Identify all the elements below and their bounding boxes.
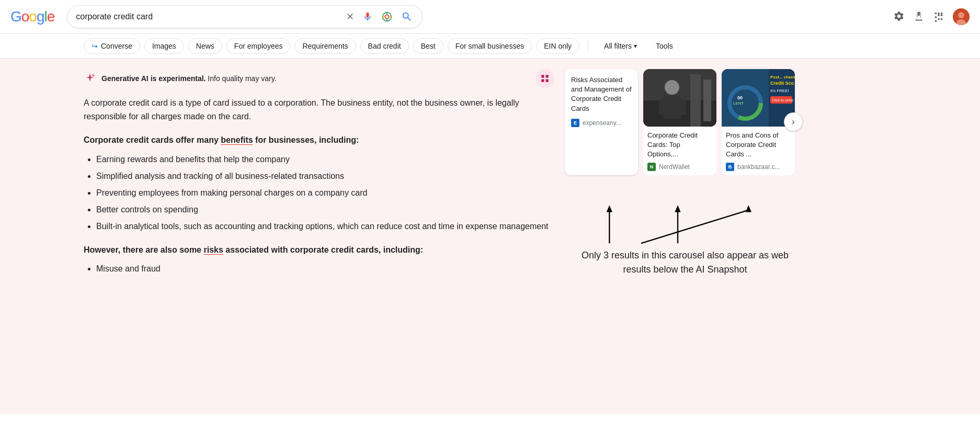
risks-underline: risks [203, 245, 223, 254]
avatar-image [953, 8, 970, 25]
svg-point-1 [385, 15, 389, 18]
ai-header: Generative AI is experimental. Info qual… [84, 69, 554, 88]
lens-icon [381, 11, 393, 22]
ai-sparkle-icon [84, 72, 96, 85]
source-icon-expenseany: E [571, 119, 579, 127]
chip-for-small-businesses-label: For small businesses [455, 42, 525, 50]
card-3-title: Pros and Cons of Corporate Credit Cards … [726, 131, 791, 160]
search-submit-icon [401, 11, 413, 22]
layout-toggle-button[interactable] [535, 69, 554, 88]
microphone-icon [362, 12, 373, 22]
chip-ein-only[interactable]: EIN only [536, 38, 579, 54]
list-item: Preventing employees from making persona… [96, 187, 554, 199]
tools-button[interactable]: Tools [648, 39, 680, 53]
logo-g: G [10, 8, 21, 25]
chip-converse-label: Converse [101, 42, 132, 50]
card-3-info: Pros and Cons of Corporate Credit Cards … [722, 127, 795, 175]
ai-badge-sub: Info quality may vary. [208, 74, 276, 83]
clear-icon [346, 11, 354, 22]
list-item: Built-in analytical tools, such as accou… [96, 220, 554, 233]
search-submit-button[interactable] [400, 10, 414, 24]
card-3-source-name: bankbazaar.c... [737, 163, 780, 171]
logo-o2: o [29, 8, 37, 25]
chip-for-employees-label: For employees [234, 42, 283, 50]
svg-rect-20 [680, 99, 686, 115]
card-2-source-name: NerdWallet [659, 163, 690, 171]
apps-button[interactable] [933, 10, 944, 24]
svg-marker-34 [607, 205, 612, 212]
svg-point-7 [958, 12, 964, 18]
chip-news[interactable]: News [188, 38, 222, 54]
right-side-panel: Risks Associated and Management of Corpo… [565, 69, 795, 404]
search-input[interactable] [76, 12, 340, 21]
layout-grid-icon [540, 74, 550, 83]
list-item: Simplified analysis and tracking of all … [96, 170, 554, 183]
ai-content: A corporate credit card is a type of car… [84, 96, 554, 275]
carousel-card-2-wrapper[interactable]: Corporate Credit Cards: Top Options,... … [643, 69, 716, 175]
lens-button[interactable] [380, 10, 394, 24]
chip-bad-credit-label: Bad credit [368, 42, 401, 50]
chip-news-label: News [196, 42, 214, 50]
list-item: Earning rewards and benefits that help t… [96, 153, 554, 166]
svg-text:Credit Sco: Credit Sco [770, 81, 794, 86]
search-icons [345, 10, 414, 24]
source-icon-bankbazaar: B [726, 163, 734, 171]
filter-bar: ↪ Converse Images News For employees Req… [0, 34, 980, 59]
chip-requirements[interactable]: Requirements [294, 38, 356, 54]
settings-button[interactable] [893, 10, 905, 24]
card-2-title: Corporate Credit Cards: Top Options,... [647, 131, 712, 160]
card-3-image: 00 LENT Psst... check y Credit Sco It's … [722, 69, 795, 127]
card-2-source: N NerdWallet [647, 163, 712, 171]
ai-intro-text: A corporate credit card is a type of car… [84, 96, 554, 123]
flask-icon [913, 10, 925, 22]
svg-rect-11 [541, 80, 544, 82]
chip-ein-only-label: EIN only [544, 42, 572, 50]
filter-divider [588, 41, 588, 51]
nerdwallet-image-svg [643, 69, 716, 127]
svg-text:00: 00 [737, 95, 743, 100]
carousel-wrapper: Risks Associated and Management of Corpo… [565, 69, 795, 175]
clear-button[interactable] [345, 10, 355, 24]
chip-best-label: Best [421, 42, 436, 50]
chip-for-employees[interactable]: For employees [226, 38, 291, 54]
chip-images[interactable]: Images [144, 38, 184, 54]
labs-button[interactable] [913, 10, 925, 24]
carousel-next-button[interactable]: › [784, 112, 803, 131]
chip-bad-credit[interactable]: Bad credit [360, 38, 409, 54]
card-2-image [643, 69, 716, 127]
chip-best[interactable]: Best [413, 38, 443, 54]
svg-text:LENT: LENT [733, 101, 744, 106]
annotation-arrows-svg [575, 196, 795, 248]
bankbazaar-image-svg: 00 LENT Psst... check y Credit Sco It's … [722, 69, 795, 127]
svg-text:Click to unloc: Click to unloc [772, 98, 794, 102]
logo-g2: g [37, 8, 44, 25]
grid-icon [933, 10, 944, 22]
carousel-card-1[interactable]: Risks Associated and Management of Corpo… [565, 69, 638, 175]
svg-text:Psst... check y: Psst... check y [770, 75, 795, 80]
svg-rect-10 [546, 75, 549, 77]
google-logo: Google [10, 8, 54, 25]
svg-marker-36 [675, 205, 680, 212]
logo-o1: o [21, 8, 29, 25]
source-icon-nerdwallet: N [647, 163, 656, 171]
ai-risks-header: However, there are also some risks assoc… [84, 243, 554, 257]
annotation-text: Only 3 results in this carousel also app… [575, 248, 795, 277]
filter-chevron-icon: ▾ [634, 42, 637, 50]
all-filters-button[interactable]: All filters ▾ [597, 39, 644, 53]
svg-rect-19 [659, 99, 665, 115]
svg-point-17 [665, 80, 679, 95]
card-1-source-name: expenseany... [583, 119, 621, 127]
svg-rect-15 [690, 74, 701, 127]
list-item: Misuse and fraud [96, 263, 554, 275]
main-content: Generative AI is experimental. Info qual… [0, 59, 980, 414]
chip-converse[interactable]: ↪ Converse [84, 38, 140, 54]
chip-for-small-businesses[interactable]: For small businesses [448, 38, 532, 54]
card-1-title: Risks Associated and Management of Corpo… [571, 75, 632, 114]
card-1-source: E expenseany... [571, 119, 632, 127]
tools-label: Tools [656, 42, 673, 50]
avatar[interactable] [953, 8, 970, 25]
microphone-button[interactable] [361, 10, 374, 23]
annotation-section: Only 3 results in this carousel also app… [565, 196, 795, 277]
ai-badge-text: Generative AI is experimental. Info qual… [101, 74, 277, 83]
chip-requirements-label: Requirements [302, 42, 348, 50]
